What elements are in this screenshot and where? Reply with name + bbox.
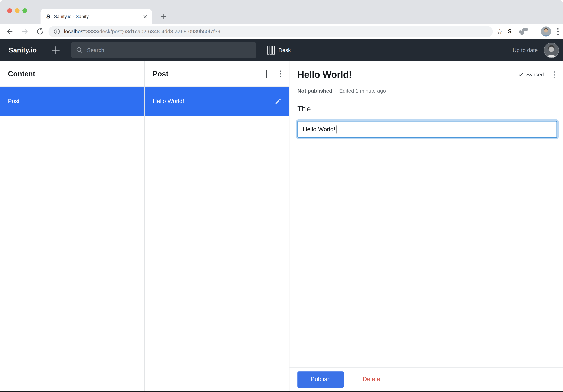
publish-state: Not published — [297, 88, 333, 94]
browser-profile-avatar[interactable] — [541, 26, 551, 37]
tab-title: Sanity.io - Sanity — [54, 14, 143, 19]
studio-navbar: Sanity.io Desk Up to date — [0, 39, 563, 61]
browser-toolbar: localhost:3333/desk/post;63d1ca02-6348-4… — [0, 24, 563, 39]
tool-desk[interactable]: Desk — [267, 46, 291, 55]
page-info-icon[interactable] — [53, 28, 60, 35]
title-input-value: Hello World! — [303, 126, 335, 133]
delete-button[interactable]: Delete — [360, 375, 383, 383]
tag-assistant-extension-icon[interactable] — [518, 26, 528, 37]
edited-timestamp: Edited 1 minute ago — [339, 88, 386, 94]
window-close-button[interactable] — [7, 8, 12, 13]
user-avatar[interactable] — [544, 42, 559, 58]
window-controls — [7, 8, 27, 13]
studio-logo[interactable]: Sanity.io — [9, 46, 37, 54]
search-icon — [76, 47, 83, 53]
synced-label: Synced — [526, 72, 544, 77]
edit-pencil-icon — [274, 98, 281, 105]
sanity-favicon-icon: S — [46, 14, 50, 19]
document-title: Hello World! — [297, 69, 518, 80]
desk-label: Desk — [278, 47, 291, 53]
content-pane-header: Content — [0, 61, 144, 87]
publish-button[interactable]: Publish — [297, 371, 344, 387]
post-pane-title: Post — [153, 70, 262, 78]
browser-window: S Sanity.io - Sanity — [0, 0, 563, 392]
tab-strip: S Sanity.io - Sanity — [0, 0, 563, 24]
back-icon[interactable] — [6, 27, 14, 36]
desk-tool-panes: Content Post Post Hello World! — [0, 61, 563, 391]
new-tab-button[interactable] — [161, 13, 167, 20]
tab-close-icon[interactable] — [143, 14, 147, 19]
content-pane: Content Post — [0, 61, 145, 391]
pane-menu-icon[interactable] — [280, 70, 281, 77]
document-meta: Not published·Edited 1 minute ago — [297, 88, 557, 94]
window-minimize-button[interactable] — [15, 8, 20, 13]
new-post-icon[interactable] — [262, 70, 271, 78]
desk-columns-icon — [267, 46, 274, 55]
sync-indicator: Synced — [518, 72, 544, 77]
reload-icon[interactable] — [36, 27, 44, 36]
sanity-extension-icon[interactable]: S — [508, 28, 512, 35]
document-menu-icon[interactable] — [554, 71, 555, 78]
browser-menu-icon[interactable] — [557, 28, 559, 35]
list-item-post-type[interactable]: Post — [0, 87, 144, 116]
screen: S Sanity.io - Sanity — [0, 0, 563, 392]
forward-icon[interactable] — [21, 27, 29, 36]
sync-status-label: Up to date — [512, 47, 538, 53]
post-pane: Post Hello World! — [145, 61, 289, 391]
window-bottom-edge — [0, 391, 563, 392]
title-input[interactable]: Hello World! — [297, 121, 557, 138]
editor-footer: Publish Delete — [289, 367, 563, 391]
content-pane-title: Content — [8, 70, 136, 78]
bookmark-star-icon[interactable]: ☆ — [497, 28, 503, 35]
text-caret — [336, 125, 337, 133]
search-box[interactable] — [71, 42, 256, 58]
synced-check-icon — [518, 72, 524, 77]
url-text: localhost:3333/desk/post;63d1ca02-6348-4… — [64, 29, 220, 34]
url-bar[interactable]: localhost:3333/desk/post;63d1ca02-6348-4… — [49, 26, 493, 37]
search-input[interactable] — [86, 47, 251, 53]
toolbar-divider — [535, 27, 535, 36]
list-item-hello-world[interactable]: Hello World! — [145, 87, 289, 116]
title-field-label: Title — [297, 105, 557, 113]
document-editor: Hello World! Synced Not published·Edited… — [289, 61, 563, 391]
list-item-label: Post — [8, 98, 136, 104]
browser-tab[interactable]: S Sanity.io - Sanity — [40, 9, 152, 24]
list-item-label: Hello World! — [153, 98, 274, 104]
create-new-document-icon[interactable] — [51, 46, 60, 54]
window-zoom-button[interactable] — [22, 8, 27, 13]
post-pane-header: Post — [145, 61, 289, 87]
